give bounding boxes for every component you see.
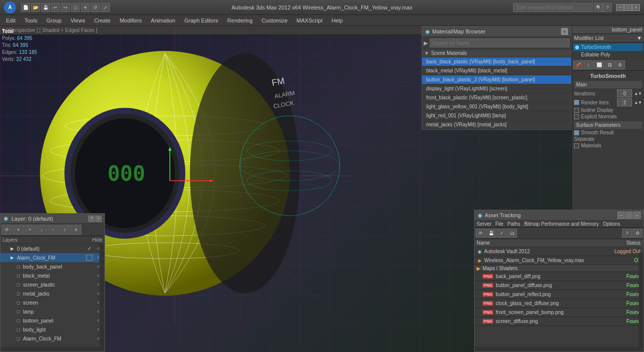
ts-iterations-arrows[interactable]: ▲▼	[634, 91, 642, 96]
at-row-png-5[interactable]: PNG screen_diffuse.png Found	[475, 317, 644, 326]
search-input[interactable]	[513, 3, 593, 12]
menu-group[interactable]: Group	[42, 16, 66, 24]
toolbar-save[interactable]: 💾	[41, 3, 50, 12]
menu-graph-editors[interactable]: Graph Editors	[180, 16, 222, 24]
toolbar-move[interactable]: ✛	[81, 3, 90, 12]
layers-tb-5[interactable]: ↕	[59, 225, 70, 235]
at-tb-2[interactable]: ✓	[497, 229, 507, 238]
toolbar-select[interactable]: ⬡	[71, 3, 80, 12]
at-row-maxfile[interactable]: ▶ Wireless_Alarm_Clock_FM_Yellow_vray.ma…	[475, 256, 644, 265]
at-tb-help[interactable]: ?	[622, 229, 632, 238]
mat-item-1[interactable]: black_metal (VRayMtl) [black_metal]	[422, 66, 571, 75]
menu-rendering[interactable]: Rendering	[223, 16, 257, 24]
menu-help[interactable]: Help	[328, 16, 347, 24]
at-tb-1[interactable]: 💾	[486, 229, 496, 238]
rp-tb-move[interactable]: ↕	[584, 60, 594, 69]
menu-tools[interactable]: Tools	[20, 16, 41, 24]
mat-item-4[interactable]: front_black_plastic (VRayMtl) [screen_pl…	[422, 93, 571, 102]
at-row-png-4[interactable]: PNG front_screen_panel_bump.png Found	[475, 308, 644, 317]
at-tb-3[interactable]: 🗂	[507, 229, 517, 238]
at-menu-file[interactable]: File	[495, 221, 503, 227]
layer-item-bottom-panel[interactable]: ◻ bottom_panel ≡≡	[0, 316, 104, 325]
at-row-vault[interactable]: ◉ Autodesk Vault 2012 Logged Out	[475, 247, 644, 256]
at-tb-0[interactable]: ⟳	[476, 229, 486, 238]
layer-item-alarm-clock[interactable]: ▶ Alarm_Clock_FM ≡≡	[0, 253, 104, 262]
mat-item-2[interactable]: button_black_plastic_2 (VRayMtl) [bottom…	[422, 75, 571, 84]
menu-maxscript[interactable]: MAXScript	[293, 16, 327, 24]
menu-animation[interactable]: Animation	[147, 16, 179, 24]
layer-item-screen-plastic[interactable]: ◻ screen_plastic ≡≡	[0, 280, 104, 289]
layers-tb-2[interactable]: +	[24, 225, 35, 235]
mat-search-input[interactable]	[430, 38, 570, 47]
layers-tb-4[interactable]: ↑	[47, 225, 58, 235]
layer-item-body-back[interactable]: ◻ body_back_panel ≡≡	[0, 262, 104, 271]
at-row-png-1[interactable]: PNG button_panel_diffuse.png Found	[475, 281, 644, 290]
at-minimize-btn[interactable]: ─	[618, 212, 625, 219]
at-close-btn[interactable]: ×	[634, 212, 641, 219]
rp-tb-pin[interactable]: 📌	[573, 60, 583, 69]
at-tb-settings[interactable]: ⚙	[633, 229, 643, 238]
minimize-btn[interactable]: ─	[616, 4, 624, 11]
rp-tb-link[interactable]: ⛓	[605, 60, 615, 69]
mat-item-3[interactable]: display_light (VRayLightMtl) [screen]	[422, 84, 571, 93]
at-hscrollbar[interactable]	[475, 347, 644, 352]
help-btn[interactable]: ?	[603, 3, 612, 12]
layer-item-body-light[interactable]: ◻ body_light ≡≡	[0, 325, 104, 334]
ts-isoline-checkbox[interactable]	[574, 108, 579, 113]
mat-item-0[interactable]: back_black_plastic (VRayMtl) [body_back_…	[422, 57, 571, 66]
layers-close-btn[interactable]: ×	[95, 216, 101, 222]
ts-smooth-checkbox[interactable]	[574, 130, 579, 135]
rp-tb-select[interactable]: ⬜	[594, 60, 604, 69]
layer-item-black-metal[interactable]: ◻ black_metal ≡≡	[0, 271, 104, 280]
close-btn[interactable]: ×	[632, 4, 640, 11]
toolbar-scale[interactable]: ⤢	[101, 3, 110, 12]
modifier-list-arrow[interactable]: ▼	[637, 35, 642, 41]
layers-tb-6[interactable]: ≡	[70, 225, 81, 235]
menu-customize[interactable]: Customize	[258, 16, 292, 24]
toolbar-new[interactable]: 📄	[21, 3, 30, 12]
mat-browser-close[interactable]: ×	[561, 28, 568, 35]
layers-hscrollbar[interactable]	[0, 347, 99, 352]
menu-edit[interactable]: Edit	[2, 16, 19, 24]
ts-render-checkbox[interactable]	[574, 100, 579, 105]
layers-scrollbar[interactable]	[99, 244, 104, 352]
layer-item-alarm-clock-2[interactable]: ◻ Alarm_Clock_FM ≡≡	[0, 334, 104, 343]
layers-tb-1[interactable]: ×	[13, 225, 24, 235]
at-menu-paths[interactable]: Paths	[508, 221, 521, 227]
at-menu-bitmap[interactable]: Bitmap Performance and Memory	[524, 221, 599, 227]
search-btn[interactable]: 🔍	[594, 3, 603, 12]
layers-tb-3[interactable]: ↓	[36, 225, 47, 235]
mat-item-7[interactable]: metal_jacks (VRayMtl) [metal_jacks]	[422, 120, 571, 129]
at-menu-options[interactable]: Options	[603, 221, 620, 227]
mat-item-6[interactable]: light_red_001 (VRayLightMtl) [lamp]	[422, 111, 571, 120]
toolbar-open[interactable]: 📂	[31, 3, 40, 12]
mat-scene-header[interactable]: ▼ Scene Materials	[422, 49, 571, 57]
layers-tb-0[interactable]: ⟳	[1, 225, 12, 235]
at-maximize-btn[interactable]: □	[626, 212, 633, 219]
toolbar-redo[interactable]: ↪	[61, 3, 70, 12]
toolbar-rotate[interactable]: ↺	[91, 3, 100, 12]
layer-item-lamp[interactable]: ◻ lamp ≡≡	[0, 307, 104, 316]
at-section-maps[interactable]: ▶ Maps / Shaders	[475, 265, 644, 272]
menu-create[interactable]: Create	[90, 16, 114, 24]
ts-render-arrows[interactable]: ▲▼	[634, 100, 642, 105]
at-row-png-2[interactable]: PNG button_panel_reflect.png Found	[475, 290, 644, 299]
at-menu-server[interactable]: Server	[477, 221, 491, 227]
at-row-png-0[interactable]: PNG back_panel_diff.png Found	[475, 272, 644, 281]
rp-tb-settings[interactable]: ⚙	[615, 60, 625, 69]
mat-item-5[interactable]: light_glass_yellow_001 (VRayMtl) [body_l…	[422, 102, 571, 111]
modifier-editable-poly[interactable]: Editable Poly	[573, 51, 643, 58]
layer-item-default[interactable]: ▶ 0 (default) ✓ ≡≡	[0, 244, 104, 253]
modifier-turbosmooth[interactable]: TurboSmooth	[573, 43, 643, 51]
maximize-btn[interactable]: □	[624, 4, 632, 11]
menu-modifiers[interactable]: Modifiers	[115, 16, 146, 24]
at-row-png-3[interactable]: PNG clock_glass_red_diffuse.png Found	[475, 299, 644, 308]
ts-render-input[interactable]	[617, 98, 632, 106]
layer-item-screen[interactable]: ◻ screen ≡≡	[0, 298, 104, 307]
at-vscrollbar[interactable]	[639, 253, 644, 347]
ts-materials-checkbox[interactable]	[574, 143, 579, 148]
menu-views[interactable]: Views	[66, 16, 89, 24]
ts-explicit-checkbox[interactable]	[574, 114, 579, 119]
layers-help-btn[interactable]: ?	[88, 216, 94, 222]
toolbar-undo[interactable]: ↩	[51, 3, 60, 12]
